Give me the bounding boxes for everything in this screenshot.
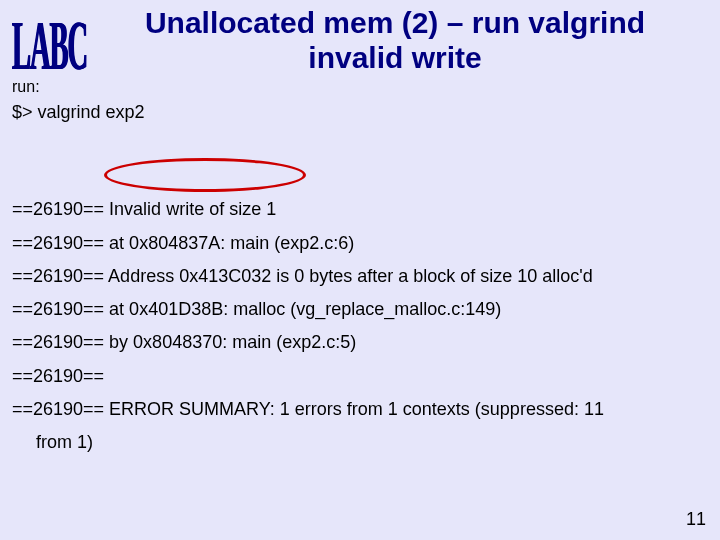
slide: LABC Unallocated mem (2) – run valgrind … — [0, 0, 720, 540]
output-line-4: ==26190== at 0x401D38B: malloc (vg_repla… — [12, 299, 501, 319]
output-line-6: ==26190== — [12, 366, 104, 386]
output-line-7: ==26190== ERROR SUMMARY: 1 errors from 1… — [12, 399, 604, 419]
output-line-1: ==26190== Invalid write of size 1 — [12, 199, 276, 219]
output-line-5: ==26190== by 0x8048370: main (exp2.c:5) — [12, 332, 356, 352]
valgrind-output: ==26190== Invalid write of size 1 ==2619… — [12, 160, 604, 493]
page-number: 11 — [686, 509, 706, 530]
run-label: run: — [12, 78, 40, 96]
command-line: $> valgrind exp2 — [12, 102, 145, 123]
slide-title: Unallocated mem (2) – run valgrind inval… — [90, 6, 700, 75]
output-line-8: from 1) — [12, 432, 93, 452]
title-line-1: Unallocated mem (2) – run valgrind — [145, 6, 645, 39]
logo: LABC — [12, 6, 87, 86]
output-line-3: ==26190== Address 0x413C032 is 0 bytes a… — [12, 266, 593, 286]
output-line-2: ==26190== at 0x804837A: main (exp2.c:6) — [12, 233, 354, 253]
title-line-2: invalid write — [308, 41, 481, 74]
